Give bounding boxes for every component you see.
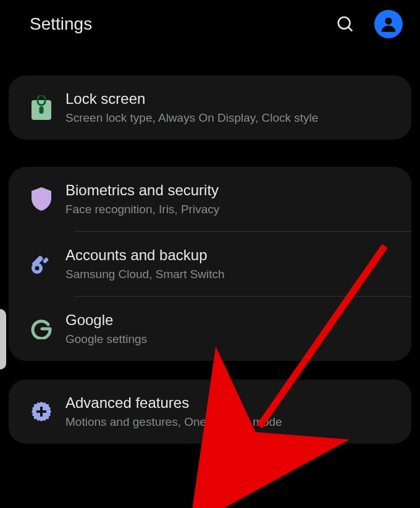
svg-rect-12 bbox=[36, 410, 46, 413]
item-title-lock: Lock screen bbox=[65, 90, 399, 108]
svg-rect-5 bbox=[40, 106, 44, 114]
item-title-google: Google bbox=[65, 311, 399, 329]
settings-item-advanced-features[interactable]: Advanced features Motions and gestures, … bbox=[9, 379, 411, 444]
svg-point-0 bbox=[338, 17, 350, 29]
key-icon bbox=[17, 252, 65, 276]
item-sub-bio: Face recognition, Iris, Privacy bbox=[65, 203, 399, 216]
settings-item-google[interactable]: Google Google settings bbox=[9, 297, 411, 361]
settings-group-lockscreen: Lock screen Screen lock type, Always On … bbox=[9, 75, 411, 140]
item-title-bio: Biometrics and security bbox=[65, 182, 399, 199]
item-title-acct: Accounts and backup bbox=[65, 247, 399, 264]
app-header: Settings bbox=[0, 0, 420, 48]
scroll-indicator[interactable] bbox=[0, 309, 6, 370]
item-title-adv: Advanced features bbox=[65, 394, 399, 412]
svg-point-7 bbox=[35, 266, 40, 271]
settings-group-advanced: Advanced features Motions and gestures, … bbox=[9, 379, 411, 444]
item-sub-acct: Samsung Cloud, Smart Switch bbox=[65, 268, 399, 281]
settings-item-biometrics[interactable]: Biometrics and security Face recognition… bbox=[9, 167, 411, 231]
svg-line-1 bbox=[348, 27, 352, 31]
item-sub-adv: Motions and gestures, One-handed mode bbox=[65, 415, 399, 429]
settings-group-security: Biometrics and security Face recognition… bbox=[9, 167, 411, 361]
item-sub-google: Google settings bbox=[65, 332, 399, 346]
google-icon bbox=[17, 318, 65, 339]
settings-item-accounts[interactable]: Accounts and backup Samsung Cloud, Smart… bbox=[9, 232, 411, 296]
search-icon[interactable] bbox=[331, 10, 359, 38]
gear-plus-icon bbox=[17, 400, 65, 423]
lock-icon bbox=[17, 95, 65, 120]
svg-point-2 bbox=[385, 17, 392, 24]
svg-rect-9 bbox=[43, 257, 49, 264]
page-title: Settings bbox=[30, 14, 316, 34]
profile-avatar[interactable] bbox=[374, 10, 403, 38]
shield-icon bbox=[17, 187, 65, 211]
item-sub-lock: Screen lock type, Always On Display, Clo… bbox=[65, 111, 399, 125]
settings-item-lock-screen[interactable]: Lock screen Screen lock type, Always On … bbox=[9, 75, 411, 140]
